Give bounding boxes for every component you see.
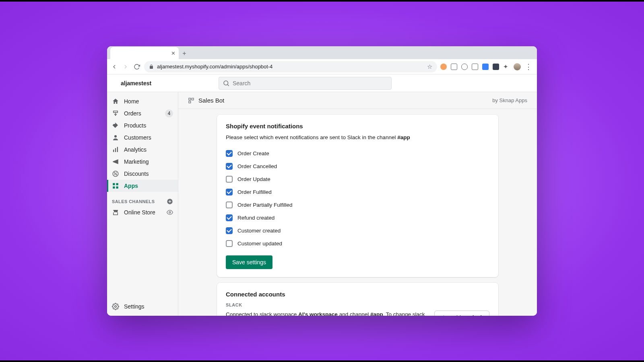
forward-icon[interactable] — [122, 63, 130, 71]
menu-icon[interactable]: ⋮ — [525, 62, 532, 71]
sidebar: Home Orders 4 Products Customers Analyti… — [107, 92, 178, 316]
option-label: Order Create — [237, 150, 269, 156]
checkbox[interactable] — [226, 189, 233, 195]
ext-icon[interactable] — [451, 64, 457, 70]
products-icon — [112, 122, 119, 129]
notification-option: Order Update — [226, 173, 489, 185]
checkbox[interactable] — [226, 150, 233, 157]
sidebar-item-analytics[interactable]: Analytics — [107, 144, 178, 156]
ext-icon[interactable] — [493, 64, 499, 70]
notification-option: Order Create — [226, 147, 489, 160]
sidebar-item-label: Home — [124, 98, 139, 105]
customers-icon — [112, 134, 119, 141]
ext-icon[interactable] — [482, 64, 489, 70]
notifications-desc: Please select which event notifications … — [226, 134, 489, 140]
apps-icon — [112, 182, 119, 189]
sidebar-item-label: Analytics — [124, 146, 147, 153]
reload-icon[interactable] — [133, 63, 141, 71]
app-title: Sales Bot — [198, 97, 224, 104]
svg-rect-21 — [444, 315, 444, 316]
store-icon — [112, 209, 119, 216]
checkbox[interactable] — [226, 163, 233, 170]
sidebar-item-label: Online Store — [124, 209, 155, 216]
option-label: Refund created — [237, 215, 275, 221]
url-text: aljamestest.myshopify.com/admin/apps/sho… — [157, 64, 272, 70]
svg-rect-3 — [113, 150, 114, 152]
svg-rect-16 — [189, 98, 191, 100]
sidebar-item-settings[interactable]: Settings — [107, 300, 178, 313]
sidebar-item-label: Discounts — [124, 171, 149, 177]
svg-rect-4 — [115, 148, 116, 152]
extension-icons: ✦ ⋮ — [440, 62, 534, 71]
search-input[interactable] — [219, 77, 392, 90]
sidebar-item-label: Settings — [124, 303, 144, 310]
store-name: aljamestest — [107, 80, 178, 86]
svg-rect-10 — [116, 183, 118, 185]
canvas: ✕ + aljamestest.myshopify.com/admin/apps… — [0, 0, 644, 362]
svg-rect-12 — [116, 187, 118, 189]
ext-icon[interactable] — [472, 64, 478, 70]
sidebar-item-products[interactable]: Products — [107, 119, 178, 132]
svg-rect-9 — [113, 183, 115, 185]
option-label: Customer created — [237, 228, 281, 234]
sidebar-item-marketing[interactable]: Marketing — [107, 156, 178, 168]
app-title-bar: Sales Bot by Sknap Apps — [178, 92, 537, 109]
notification-option: Customer updated — [226, 237, 489, 250]
svg-rect-17 — [192, 98, 194, 100]
add-to-slack-button[interactable]: Add to Slack — [434, 311, 489, 316]
content-scroll[interactable]: Shopify event notifications Please selec… — [178, 109, 537, 316]
svg-point-7 — [114, 173, 115, 173]
sidebar-item-label: Customers — [124, 134, 151, 141]
back-icon[interactable] — [110, 63, 118, 71]
connected-heading: Connected accounts — [226, 291, 489, 298]
notification-option: Refund created — [226, 211, 489, 224]
option-label: Order Partially Fulfilled — [237, 202, 293, 208]
option-label: Order Cancelled — [237, 163, 277, 169]
lock-icon — [149, 64, 154, 69]
star-icon[interactable]: ☆ — [427, 63, 432, 70]
ext-icon[interactable] — [461, 64, 468, 70]
sidebar-item-orders[interactable]: Orders 4 — [107, 107, 178, 119]
svg-line-1 — [227, 84, 229, 86]
checkbox[interactable] — [226, 227, 233, 234]
view-icon[interactable] — [167, 209, 173, 216]
add-channel-icon[interactable] — [167, 198, 173, 205]
channels-label: SALES CHANNELS — [112, 199, 155, 204]
browser-tab[interactable]: ✕ — [110, 47, 179, 59]
sidebar-item-label: Orders — [124, 110, 141, 117]
address-bar[interactable]: aljamestest.myshopify.com/admin/apps/sho… — [144, 61, 437, 72]
sidebar-channels-header: SALES CHANNELS — [107, 192, 178, 206]
browser-toolbar: aljamestest.myshopify.com/admin/apps/sho… — [107, 59, 537, 74]
browser-tabstrip: ✕ + — [107, 46, 537, 59]
sidebar-item-label: Products — [124, 122, 146, 129]
checkbox[interactable] — [226, 176, 233, 183]
svg-point-8 — [116, 175, 117, 175]
profile-avatar[interactable] — [514, 63, 521, 70]
sidebar-item-discounts[interactable]: Discounts — [107, 168, 178, 180]
connected-row: Connected to slack worspace Al's workspa… — [226, 311, 489, 316]
main-area: Sales Bot by Sknap Apps Shopify event no… — [178, 92, 537, 316]
notifications-heading: Shopify event notifications — [226, 123, 489, 130]
search-wrap — [219, 77, 392, 90]
close-icon[interactable]: ✕ — [171, 50, 175, 56]
option-label: Order Update — [237, 176, 270, 182]
notification-option: Customer created — [226, 224, 489, 237]
checkbox[interactable] — [226, 214, 233, 221]
ext-icon[interactable] — [440, 64, 447, 70]
extensions-icon[interactable]: ✦ — [503, 64, 510, 70]
save-settings-button[interactable]: Save settings — [226, 255, 272, 269]
connected-text: Connected to slack worspace Al's workspa… — [226, 311, 426, 316]
sidebar-item-customers[interactable]: Customers — [107, 132, 178, 144]
connected-subheading: SLACK — [226, 302, 489, 307]
svg-rect-5 — [117, 147, 118, 152]
sidebar-item-home[interactable]: Home — [107, 95, 178, 107]
checkbox[interactable] — [226, 240, 233, 247]
option-label: Order Fulfilled — [237, 189, 272, 195]
new-tab-button[interactable]: + — [179, 48, 190, 59]
slack-icon — [440, 314, 448, 316]
sidebar-item-label: Apps — [124, 183, 138, 189]
sidebar-item-apps[interactable]: Apps — [107, 180, 178, 192]
sidebar-channel-online-store[interactable]: Online Store — [107, 206, 178, 218]
sidebar-item-label: Marketing — [124, 158, 149, 165]
checkbox[interactable] — [226, 202, 233, 208]
